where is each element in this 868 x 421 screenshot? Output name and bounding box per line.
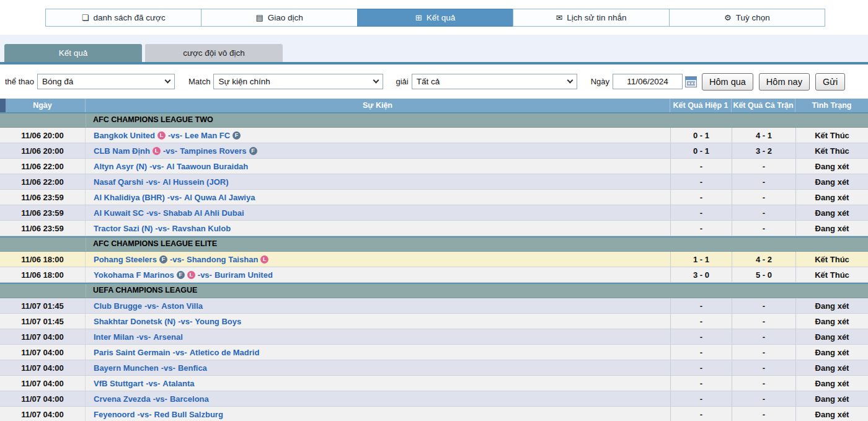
match-row[interactable]: 11/06 18:00Yokohama F MarinosFL -vs- Bur… [0, 267, 868, 283]
away-team[interactable]: Arsenal [153, 332, 183, 342]
match-row[interactable]: 11/07 04:00VfB Stuttgart -vs- Atalanta--… [0, 376, 868, 391]
match-event[interactable]: Bayern Munchen -vs- Benfica [86, 363, 670, 373]
home-team[interactable]: Feyenoord [94, 410, 135, 419]
home-team[interactable]: Inter Milan [94, 332, 134, 342]
match-event[interactable]: Paris Saint Germain -vs- Atletico de Mad… [86, 348, 670, 357]
away-team[interactable]: Shabab Al Ahli Dubai [163, 208, 244, 218]
match-event[interactable]: Al Kuwait SC -vs- Shabab Al Ahli Dubai [86, 208, 670, 218]
match-event[interactable]: Tractor Sazi (N) -vs- Ravshan Kulob [86, 224, 670, 233]
transactions-icon: ▤ [255, 13, 263, 22]
subtab-outright[interactable]: cược đội vô địch [145, 44, 283, 62]
match-event[interactable]: CLB Nam ĐịnhL -vs- Tampines RoversF [86, 146, 670, 156]
match-row[interactable]: 11/07 04:00Crvena Zvezda -vs- Barcelona-… [0, 391, 868, 407]
match-event[interactable]: Feyenoord -vs- Red Bull Salzburg [86, 410, 670, 419]
home-team[interactable]: Pohang Steelers [94, 255, 157, 264]
home-team[interactable]: Crvena Zvezda [94, 394, 151, 404]
date-input[interactable] [613, 74, 683, 89]
home-team[interactable]: Bangkok United [94, 131, 155, 140]
away-team[interactable]: Ravshan Kulob [172, 224, 231, 233]
home-team[interactable]: CLB Nam Định [94, 146, 150, 156]
match-event[interactable]: Shakhtar Donetsk (N) -vs- Young Boys [86, 317, 670, 326]
ft-result: - [732, 159, 795, 174]
tab-transactions[interactable]: ▤ Giao dịch [201, 9, 356, 27]
ht-result: - [670, 345, 732, 360]
today-button[interactable]: Hôm nay [759, 73, 810, 91]
match-event[interactable]: Yokohama F MarinosFL -vs- Buriram United [86, 270, 670, 280]
yesterday-button[interactable]: Hôm qua [702, 73, 753, 91]
home-team[interactable]: Tractor Sazi (N) [94, 224, 153, 233]
away-team[interactable]: Barcelona [170, 394, 209, 404]
match-date: 11/06 18:00 [0, 252, 86, 267]
col-header-ft-result: Kết Quả Cả Trận [732, 99, 795, 112]
match-row[interactable]: 11/06 22:00Altyn Asyr (N) -vs- Al Taawou… [0, 159, 868, 174]
league-select[interactable]: Tất cả [412, 74, 577, 89]
match-row[interactable]: 11/06 20:00CLB Nam ĐịnhL -vs- Tampines R… [0, 143, 868, 159]
ht-result: - [670, 407, 732, 421]
away-team[interactable]: Benfica [178, 363, 207, 373]
home-team[interactable]: Shakhtar Donetsk (N) [94, 317, 175, 326]
away-team[interactable]: Tampines Rovers [180, 146, 246, 156]
match-row[interactable]: 11/07 04:00Bayern Munchen -vs- Benfica--… [0, 360, 868, 376]
away-team[interactable]: Al Quwa Al Jawiya [184, 193, 255, 202]
match-event[interactable]: Crvena Zvezda -vs- Barcelona [86, 394, 670, 404]
tab-message-history[interactable]: ✉ Lịch sử tin nhắn [513, 9, 668, 27]
match-event[interactable]: Al Khalidiya (BHR) -vs- Al Quwa Al Jawiy… [86, 193, 670, 202]
home-team[interactable]: Club Brugge [94, 301, 142, 311]
submit-button[interactable]: Gửi [815, 73, 845, 91]
away-team[interactable]: Red Bull Salzburg [154, 410, 223, 419]
home-team[interactable]: Paris Saint Germain [94, 348, 170, 357]
home-team[interactable]: Al Khalidiya (BHR) [94, 193, 165, 202]
league-section-header: UEFA CHAMPIONS LEAGUE [0, 283, 868, 298]
home-team[interactable]: Bayern Munchen [94, 363, 159, 373]
match-row[interactable]: 11/06 20:00Bangkok UnitedL -vs- Lee Man … [0, 128, 868, 143]
match-event[interactable]: Nasaf Qarshi -vs- Al Hussein (JOR) [86, 177, 670, 187]
match-event[interactable]: VfB Stuttgart -vs- Atalanta [86, 379, 670, 388]
ht-result: 1 - 1 [670, 252, 732, 267]
match-event[interactable]: Inter Milan -vs- Arsenal [86, 332, 670, 342]
match-event[interactable]: Altyn Asyr (N) -vs- Al Taawoun Buraidah [86, 162, 670, 171]
match-status: Đang xét [795, 159, 868, 174]
match-row[interactable]: 11/07 01:45Club Brugge -vs- Aston Villa-… [0, 298, 868, 314]
match-event[interactable]: Club Brugge -vs- Aston Villa [86, 301, 670, 311]
match-row[interactable]: 11/06 23:59Al Khalidiya (BHR) -vs- Al Qu… [0, 190, 868, 205]
match-row[interactable]: 11/07 04:00Feyenoord -vs- Red Bull Salzb… [0, 407, 868, 421]
away-team[interactable]: Atalanta [162, 379, 194, 388]
options-icon: ⚙ [724, 13, 732, 22]
col-header-event: Sự Kiện [86, 99, 670, 112]
ft-result: - [732, 190, 795, 205]
subtab-bar: Kết quả cược đội vô địch [4, 44, 283, 62]
tab-options[interactable]: ⚙ Tuỳ chọn [669, 9, 825, 27]
away-team[interactable]: Atletico de Madrid [190, 348, 260, 357]
match-row[interactable]: 11/07 04:00Inter Milan -vs- Arsenal--Đan… [0, 329, 868, 345]
tab-label: Tuỳ chọn [736, 13, 770, 22]
match-row[interactable]: 11/06 22:00Nasaf Qarshi -vs- Al Hussein … [0, 174, 868, 190]
home-team[interactable]: Yokohama F Marinos [94, 270, 174, 280]
home-team[interactable]: Nasaf Qarshi [94, 177, 143, 187]
match-row[interactable]: 11/07 01:45Shakhtar Donetsk (N) -vs- You… [0, 314, 868, 329]
tab-bet-list[interactable]: ❏ danh sách đã cược [45, 9, 201, 27]
away-team[interactable]: Buriram United [215, 270, 273, 280]
sport-select[interactable]: Bóng đá [37, 74, 175, 89]
match-select[interactable]: Sự kiện chính [213, 74, 383, 89]
match-event[interactable]: Pohang SteelersF -vs- Shandong TaishanL [86, 255, 670, 264]
match-row[interactable]: 11/06 23:59Tractor Sazi (N) -vs- Ravshan… [0, 221, 868, 236]
tab-results[interactable]: ⊞ Kết quả [357, 9, 513, 27]
match-row[interactable]: 11/06 18:00Pohang SteelersF -vs- Shandon… [0, 252, 868, 267]
subtab-results[interactable]: Kết quả [4, 44, 142, 62]
match-row[interactable]: 11/07 04:00Paris Saint Germain -vs- Atle… [0, 345, 868, 360]
home-team[interactable]: VfB Stuttgart [94, 379, 143, 388]
calendar-icon[interactable] [685, 76, 697, 87]
away-team[interactable]: Al Taawoun Buraidah [166, 162, 248, 171]
ht-result: - [670, 221, 732, 236]
live-badge-icon: L [157, 131, 166, 140]
away-team[interactable]: Shandong Taishan [187, 255, 258, 264]
match-date: 11/07 04:00 [0, 376, 86, 391]
home-team[interactable]: Altyn Asyr (N) [94, 162, 147, 171]
away-team[interactable]: Young Boys [195, 317, 241, 326]
away-team[interactable]: Al Hussein (JOR) [162, 177, 228, 187]
match-row[interactable]: 11/06 23:59Al Kuwait SC -vs- Shabab Al A… [0, 205, 868, 221]
home-team[interactable]: Al Kuwait SC [94, 208, 144, 218]
away-team[interactable]: Lee Man FC [185, 131, 230, 140]
away-team[interactable]: Aston Villa [161, 301, 203, 311]
match-event[interactable]: Bangkok UnitedL -vs- Lee Man FCF [86, 131, 670, 140]
